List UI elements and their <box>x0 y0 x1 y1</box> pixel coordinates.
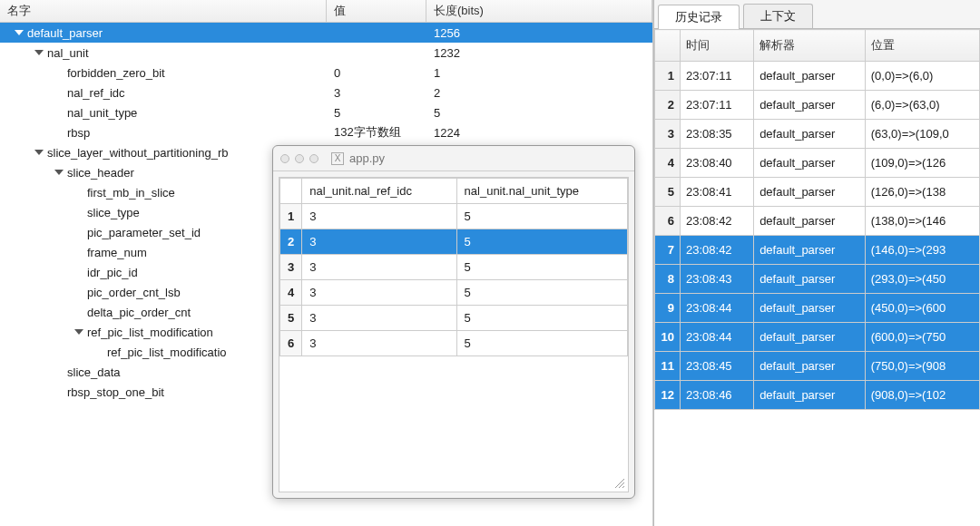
history-row[interactable]: 923:08:44default_parser(450,0)=>(600 <box>655 294 980 323</box>
history-row[interactable]: 1123:08:45default_parser(750,0)=>(908 <box>655 352 980 381</box>
tree-row-name: rbsp_stop_one_bit <box>67 385 164 399</box>
history-row-time: 23:08:42 <box>681 236 754 265</box>
popup-row[interactable]: 635 <box>280 331 628 356</box>
popup-row-idc: 3 <box>302 255 456 280</box>
traffic-min-icon[interactable] <box>295 154 304 163</box>
history-row-idx: 2 <box>655 91 681 120</box>
history-row-pos: (63,0)=>(109,0 <box>865 120 979 149</box>
popup-row-idx: 2 <box>280 229 302 255</box>
right-panel: 历史记录 上下文 时间 解析器 位置 123:07:11default_pars… <box>653 0 980 526</box>
history-header-idx[interactable] <box>655 30 681 62</box>
history-row-idx: 3 <box>655 120 681 149</box>
history-row[interactable]: 323:08:35default_parser(63,0)=>(109,0 <box>655 120 980 149</box>
tree-row-name: nal_unit_type <box>67 106 137 120</box>
tree-row-value: 3 <box>327 84 426 102</box>
tree-header-name[interactable]: 名字 <box>0 0 327 22</box>
history-row-time: 23:07:11 <box>681 91 754 120</box>
history-row[interactable]: 423:08:40default_parser(109,0)=>(126 <box>655 149 980 178</box>
chevron-down-icon[interactable] <box>54 170 64 175</box>
tree-row-name: idr_pic_id <box>87 266 138 279</box>
traffic-close-icon[interactable] <box>280 154 289 163</box>
history-row[interactable]: 123:07:11default_parser(0,0)=>(6,0) <box>655 62 980 91</box>
history-row-pos: (908,0)=>(102 <box>865 381 979 410</box>
history-row-time: 23:08:44 <box>681 323 754 352</box>
history-row-idx: 8 <box>655 265 681 294</box>
popup-row[interactable]: 435 <box>280 280 628 306</box>
tabs: 历史记录 上下文 <box>654 0 980 29</box>
popup-row[interactable]: 235 <box>280 229 628 255</box>
traffic-max-icon[interactable] <box>309 154 318 163</box>
history-row-time: 23:08:43 <box>681 265 754 294</box>
tree-row-name: slice_header <box>67 166 134 180</box>
tab-context[interactable]: 上下文 <box>743 4 813 28</box>
popup-row-idx: 5 <box>280 306 302 331</box>
history-row-pos: (0,0)=>(6,0) <box>865 62 979 91</box>
history-row-parser: default_parser <box>754 149 866 178</box>
popup-row[interactable]: 335 <box>280 255 628 280</box>
popup-row-type: 5 <box>456 306 627 331</box>
history-row[interactable]: 623:08:42default_parser(138,0)=>(146 <box>655 207 980 236</box>
history-row-idx: 11 <box>655 352 681 381</box>
history-row[interactable]: 1023:08:44default_parser(600,0)=>(750 <box>655 323 980 352</box>
tree-row-name: ref_pic_list_modification <box>87 326 213 339</box>
history-row[interactable]: 1223:08:46default_parser(908,0)=>(102 <box>655 381 980 410</box>
popup-header-idc[interactable]: nal_unit.nal_ref_idc <box>302 179 456 204</box>
history-row-idx: 12 <box>655 381 681 410</box>
popup-row[interactable]: 135 <box>280 204 628 229</box>
popup-row-type: 5 <box>456 331 627 356</box>
chevron-down-icon[interactable] <box>15 30 24 35</box>
history-row-pos: (600,0)=>(750 <box>865 323 979 352</box>
tree-row-value <box>327 51 426 54</box>
tree-row-length: 1232 <box>426 44 652 62</box>
history-row-idx: 5 <box>655 178 681 207</box>
history-table: 时间 解析器 位置 123:07:11default_parser(0,0)=>… <box>654 29 980 410</box>
chevron-down-icon[interactable] <box>74 329 83 335</box>
tree-row-name: first_mb_in_slice <box>87 186 175 200</box>
tree-row-name: rbsp <box>67 126 90 140</box>
history-header-pos[interactable]: 位置 <box>865 30 979 62</box>
history-row[interactable]: 823:08:43default_parser(293,0)=>(450 <box>655 265 980 294</box>
tree-row[interactable]: nal_unit_type55 <box>0 102 652 122</box>
x11-icon: X <box>331 152 344 165</box>
history-row[interactable]: 523:08:41default_parser(126,0)=>(138 <box>655 178 980 207</box>
popup-title: app.py <box>349 151 385 165</box>
history-row-pos: (293,0)=>(450 <box>865 265 979 294</box>
history-header-time[interactable]: 时间 <box>681 30 754 62</box>
tree-row-length: 5 <box>426 104 652 122</box>
tree-header-length[interactable]: 长度(bits) <box>426 0 652 22</box>
history-row-time: 23:07:11 <box>681 62 754 91</box>
history-row[interactable]: 223:07:11default_parser(6,0)=>(63,0) <box>655 91 980 120</box>
history-row-pos: (6,0)=>(63,0) <box>865 91 979 120</box>
history-row-parser: default_parser <box>754 178 866 207</box>
history-row-time: 23:08:45 <box>681 352 754 381</box>
popup-header-type[interactable]: nal_unit.nal_unit_type <box>456 179 627 204</box>
chevron-down-icon[interactable] <box>34 150 44 155</box>
popup-header-idx[interactable] <box>280 179 302 204</box>
tree-row[interactable]: nal_ref_idc32 <box>0 83 652 102</box>
history-header-parser[interactable]: 解析器 <box>754 30 866 62</box>
history-wrap: 时间 解析器 位置 123:07:11default_parser(0,0)=>… <box>654 29 980 526</box>
history-row-parser: default_parser <box>754 381 866 410</box>
tab-history[interactable]: 历史记录 <box>658 5 740 29</box>
history-row-idx: 9 <box>655 294 681 323</box>
tree-row[interactable]: default_parser1256 <box>0 23 652 43</box>
tree-row-name: pic_order_cnt_lsb <box>87 286 181 299</box>
tree-row[interactable]: rbsp132字节数组1224 <box>0 122 652 142</box>
history-row[interactable]: 723:08:42default_parser(146,0)=>(293 <box>655 236 980 265</box>
tree-row-name: delta_pic_order_cnt <box>87 306 191 319</box>
tree-row-length: 1256 <box>426 24 652 42</box>
popup-window[interactable]: X app.py nal_unit.nal_ref_idc nal_unit.n… <box>272 145 635 499</box>
tree-row-value: 0 <box>327 64 426 82</box>
history-row-pos: (750,0)=>(908 <box>865 352 979 381</box>
popup-row[interactable]: 535 <box>280 306 628 331</box>
resize-handle-icon[interactable] <box>613 477 626 490</box>
chevron-down-icon[interactable] <box>34 50 44 55</box>
tree-row[interactable]: nal_unit1232 <box>0 43 652 63</box>
popup-titlebar[interactable]: X app.py <box>273 146 634 171</box>
tree-row[interactable]: forbidden_zero_bit01 <box>0 63 652 83</box>
history-row-idx: 10 <box>655 323 681 352</box>
popup-row-idc: 3 <box>302 306 456 331</box>
popup-table: nal_unit.nal_ref_idc nal_unit.nal_unit_t… <box>279 178 628 356</box>
tree-row-name: default_parser <box>27 26 103 40</box>
tree-header-value[interactable]: 值 <box>327 0 426 22</box>
